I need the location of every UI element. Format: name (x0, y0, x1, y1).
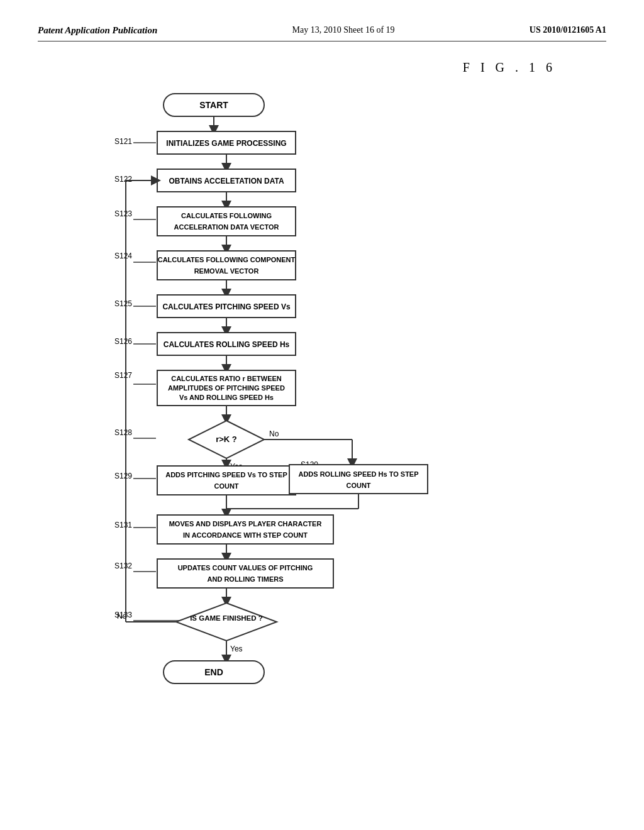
s128-label: S128 (114, 428, 132, 437)
s132-text2: AND ROLLING TIMERS (208, 575, 284, 583)
s127-label: S127 (114, 371, 132, 380)
s129-label: S129 (114, 472, 132, 480)
s128-text: r>K ? (216, 434, 237, 444)
s122-label: S122 (114, 175, 132, 184)
header-publication-title: Patent Application Publication (38, 25, 157, 36)
svg-rect-31 (289, 465, 428, 494)
s123-label: S123 (114, 209, 132, 218)
s126-label: S126 (114, 337, 132, 346)
s127-text3: Vs AND ROLLING SPEED Hs (179, 394, 274, 401)
s128-no-label: No (269, 429, 279, 438)
s133-yes-label: Yes (230, 645, 243, 653)
start-label: START (199, 100, 228, 110)
s121-text: INITIALIZES GAME PROCESSING (166, 139, 286, 148)
flowchart-svg: START S121 INITIALIZES GAME PROCESSING S… (63, 87, 503, 766)
svg-rect-40 (157, 559, 333, 588)
s133-text: IS GAME FINISHED ? (190, 614, 263, 622)
s126-text: CALCULATES ROLLING SPEED Hs (164, 340, 290, 349)
s127-text2: AMPLITUDES OF PITCHING SPEED (168, 384, 285, 392)
s122-text: OBTAINS ACCELETATION DATA (169, 177, 284, 185)
svg-rect-37 (157, 515, 333, 544)
s131-label: S131 (114, 521, 132, 529)
s121-label: S121 (114, 137, 132, 146)
s125-label: S125 (114, 299, 132, 308)
page: Patent Application Publication May 13, 2… (0, 0, 644, 830)
s125-text: CALCULATES PITCHING SPEED Vs (162, 302, 290, 311)
s131-text2: IN ACCORDANCE WITH STEP COUNT (183, 531, 308, 539)
s123-text2: ACCELERATION DATA VECTOR (174, 223, 279, 231)
page-header: Patent Application Publication May 13, 2… (38, 25, 606, 42)
s130-text2: COUNT (346, 482, 370, 489)
s127-text1: CALCULATES RATIO r BETWEEN (171, 375, 282, 382)
flowchart-diagram: START S121 INITIALIZES GAME PROCESSING S… (63, 87, 606, 769)
svg-rect-10 (157, 207, 296, 236)
header-date-sheet: May 13, 2010 Sheet 16 of 19 (292, 25, 395, 35)
svg-rect-13 (157, 251, 296, 280)
s130-text1: ADDS ROLLING SPEED Hs TO STEP (298, 470, 418, 478)
figure-title: F I G . 1 6 (38, 60, 556, 75)
end-label: END (204, 667, 223, 677)
header-patent-number: US 2010/0121605 A1 (530, 25, 606, 35)
s124-text1: CALCULATES FOLLOWING COMPONENT (158, 256, 296, 263)
s129-text2: COUNT (214, 482, 238, 490)
s132-text1: UPDATES COUNT VALUES OF PITCHING (178, 564, 313, 572)
s123-text1: CALCULATES FOLLOWING (181, 212, 272, 219)
s129-text1: ADDS PITCHING SPEED Vs TO STEP (165, 471, 287, 479)
s124-label: S124 (114, 252, 132, 260)
s124-text2: REMOVAL VECTOR (194, 267, 259, 275)
s131-text1: MOVES AND DISPLAYS PLAYER CHARACTER (169, 520, 322, 528)
svg-rect-30 (157, 466, 296, 495)
s132-label: S132 (114, 562, 132, 570)
svg-marker-43 (176, 603, 277, 641)
